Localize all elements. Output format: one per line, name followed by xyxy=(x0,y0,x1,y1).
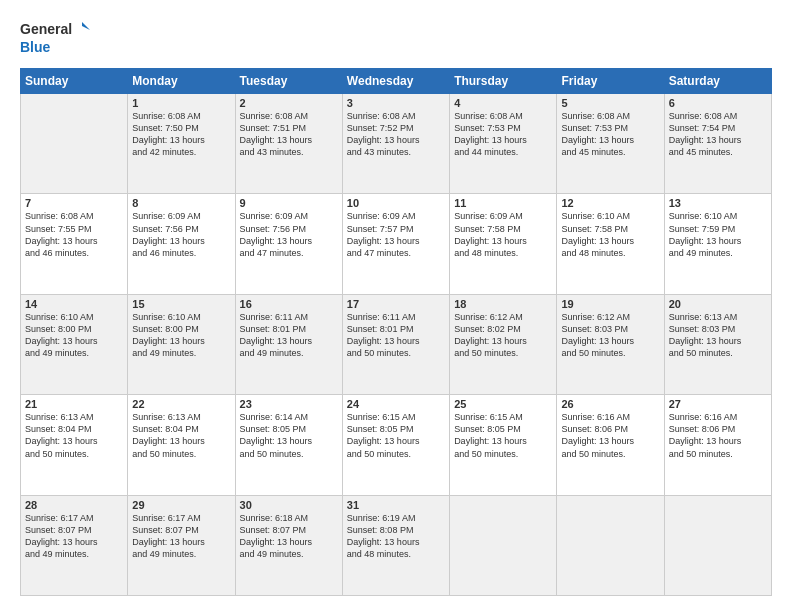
day-info: Sunrise: 6:09 AM Sunset: 7:56 PM Dayligh… xyxy=(240,210,338,259)
day-number: 4 xyxy=(454,97,552,109)
weekday-header: Friday xyxy=(557,69,664,94)
day-info: Sunrise: 6:16 AM Sunset: 8:06 PM Dayligh… xyxy=(561,411,659,460)
logo-svg: General Blue xyxy=(20,16,90,58)
calendar-cell xyxy=(664,495,771,595)
calendar-cell: 30Sunrise: 6:18 AM Sunset: 8:07 PM Dayli… xyxy=(235,495,342,595)
calendar-cell: 16Sunrise: 6:11 AM Sunset: 8:01 PM Dayli… xyxy=(235,294,342,394)
day-info: Sunrise: 6:08 AM Sunset: 7:52 PM Dayligh… xyxy=(347,110,445,159)
logo: General Blue xyxy=(20,16,90,58)
weekday-header: Tuesday xyxy=(235,69,342,94)
day-info: Sunrise: 6:09 AM Sunset: 7:57 PM Dayligh… xyxy=(347,210,445,259)
calendar-cell: 15Sunrise: 6:10 AM Sunset: 8:00 PM Dayli… xyxy=(128,294,235,394)
day-info: Sunrise: 6:10 AM Sunset: 8:00 PM Dayligh… xyxy=(132,311,230,360)
calendar-cell: 7Sunrise: 6:08 AM Sunset: 7:55 PM Daylig… xyxy=(21,194,128,294)
day-number: 11 xyxy=(454,197,552,209)
day-info: Sunrise: 6:18 AM Sunset: 8:07 PM Dayligh… xyxy=(240,512,338,561)
calendar-cell: 17Sunrise: 6:11 AM Sunset: 8:01 PM Dayli… xyxy=(342,294,449,394)
day-number: 30 xyxy=(240,499,338,511)
calendar-cell xyxy=(557,495,664,595)
calendar-cell: 29Sunrise: 6:17 AM Sunset: 8:07 PM Dayli… xyxy=(128,495,235,595)
day-number: 14 xyxy=(25,298,123,310)
svg-marker-2 xyxy=(82,22,90,30)
day-number: 13 xyxy=(669,197,767,209)
calendar-cell: 12Sunrise: 6:10 AM Sunset: 7:58 PM Dayli… xyxy=(557,194,664,294)
calendar-cell: 21Sunrise: 6:13 AM Sunset: 8:04 PM Dayli… xyxy=(21,395,128,495)
calendar-week-row: 21Sunrise: 6:13 AM Sunset: 8:04 PM Dayli… xyxy=(21,395,772,495)
svg-text:General: General xyxy=(20,21,72,37)
calendar-cell xyxy=(21,94,128,194)
calendar-cell: 28Sunrise: 6:17 AM Sunset: 8:07 PM Dayli… xyxy=(21,495,128,595)
calendar-cell: 14Sunrise: 6:10 AM Sunset: 8:00 PM Dayli… xyxy=(21,294,128,394)
day-number: 22 xyxy=(132,398,230,410)
calendar-week-row: 7Sunrise: 6:08 AM Sunset: 7:55 PM Daylig… xyxy=(21,194,772,294)
calendar-cell: 13Sunrise: 6:10 AM Sunset: 7:59 PM Dayli… xyxy=(664,194,771,294)
calendar-cell: 27Sunrise: 6:16 AM Sunset: 8:06 PM Dayli… xyxy=(664,395,771,495)
day-number: 27 xyxy=(669,398,767,410)
calendar-cell: 2Sunrise: 6:08 AM Sunset: 7:51 PM Daylig… xyxy=(235,94,342,194)
day-info: Sunrise: 6:08 AM Sunset: 7:51 PM Dayligh… xyxy=(240,110,338,159)
day-number: 20 xyxy=(669,298,767,310)
calendar-cell: 4Sunrise: 6:08 AM Sunset: 7:53 PM Daylig… xyxy=(450,94,557,194)
calendar-week-row: 1Sunrise: 6:08 AM Sunset: 7:50 PM Daylig… xyxy=(21,94,772,194)
day-number: 6 xyxy=(669,97,767,109)
day-info: Sunrise: 6:08 AM Sunset: 7:50 PM Dayligh… xyxy=(132,110,230,159)
day-number: 10 xyxy=(347,197,445,209)
day-number: 18 xyxy=(454,298,552,310)
calendar-week-row: 14Sunrise: 6:10 AM Sunset: 8:00 PM Dayli… xyxy=(21,294,772,394)
day-info: Sunrise: 6:09 AM Sunset: 7:58 PM Dayligh… xyxy=(454,210,552,259)
day-info: Sunrise: 6:10 AM Sunset: 8:00 PM Dayligh… xyxy=(25,311,123,360)
day-info: Sunrise: 6:15 AM Sunset: 8:05 PM Dayligh… xyxy=(454,411,552,460)
day-number: 21 xyxy=(25,398,123,410)
calendar-cell: 9Sunrise: 6:09 AM Sunset: 7:56 PM Daylig… xyxy=(235,194,342,294)
calendar-week-row: 28Sunrise: 6:17 AM Sunset: 8:07 PM Dayli… xyxy=(21,495,772,595)
day-number: 3 xyxy=(347,97,445,109)
page: General Blue SundayMondayTuesdayWednesda… xyxy=(0,0,792,612)
calendar-cell: 23Sunrise: 6:14 AM Sunset: 8:05 PM Dayli… xyxy=(235,395,342,495)
day-info: Sunrise: 6:17 AM Sunset: 8:07 PM Dayligh… xyxy=(132,512,230,561)
day-info: Sunrise: 6:17 AM Sunset: 8:07 PM Dayligh… xyxy=(25,512,123,561)
day-info: Sunrise: 6:16 AM Sunset: 8:06 PM Dayligh… xyxy=(669,411,767,460)
weekday-header: Sunday xyxy=(21,69,128,94)
day-number: 17 xyxy=(347,298,445,310)
calendar-cell xyxy=(450,495,557,595)
day-number: 19 xyxy=(561,298,659,310)
day-info: Sunrise: 6:13 AM Sunset: 8:04 PM Dayligh… xyxy=(132,411,230,460)
calendar-cell: 19Sunrise: 6:12 AM Sunset: 8:03 PM Dayli… xyxy=(557,294,664,394)
svg-text:Blue: Blue xyxy=(20,39,51,55)
day-info: Sunrise: 6:08 AM Sunset: 7:53 PM Dayligh… xyxy=(561,110,659,159)
weekday-header: Monday xyxy=(128,69,235,94)
weekday-header-row: SundayMondayTuesdayWednesdayThursdayFrid… xyxy=(21,69,772,94)
calendar-cell: 22Sunrise: 6:13 AM Sunset: 8:04 PM Dayli… xyxy=(128,395,235,495)
calendar-cell: 24Sunrise: 6:15 AM Sunset: 8:05 PM Dayli… xyxy=(342,395,449,495)
calendar-cell: 25Sunrise: 6:15 AM Sunset: 8:05 PM Dayli… xyxy=(450,395,557,495)
day-number: 31 xyxy=(347,499,445,511)
day-number: 28 xyxy=(25,499,123,511)
day-number: 29 xyxy=(132,499,230,511)
calendar-cell: 3Sunrise: 6:08 AM Sunset: 7:52 PM Daylig… xyxy=(342,94,449,194)
day-number: 12 xyxy=(561,197,659,209)
calendar-cell: 20Sunrise: 6:13 AM Sunset: 8:03 PM Dayli… xyxy=(664,294,771,394)
calendar-cell: 18Sunrise: 6:12 AM Sunset: 8:02 PM Dayli… xyxy=(450,294,557,394)
header: General Blue xyxy=(20,16,772,58)
day-info: Sunrise: 6:09 AM Sunset: 7:56 PM Dayligh… xyxy=(132,210,230,259)
day-number: 7 xyxy=(25,197,123,209)
weekday-header: Thursday xyxy=(450,69,557,94)
day-info: Sunrise: 6:19 AM Sunset: 8:08 PM Dayligh… xyxy=(347,512,445,561)
day-info: Sunrise: 6:13 AM Sunset: 8:04 PM Dayligh… xyxy=(25,411,123,460)
calendar-cell: 10Sunrise: 6:09 AM Sunset: 7:57 PM Dayli… xyxy=(342,194,449,294)
day-info: Sunrise: 6:08 AM Sunset: 7:55 PM Dayligh… xyxy=(25,210,123,259)
day-number: 24 xyxy=(347,398,445,410)
calendar-cell: 5Sunrise: 6:08 AM Sunset: 7:53 PM Daylig… xyxy=(557,94,664,194)
calendar-cell: 8Sunrise: 6:09 AM Sunset: 7:56 PM Daylig… xyxy=(128,194,235,294)
day-number: 25 xyxy=(454,398,552,410)
calendar-cell: 26Sunrise: 6:16 AM Sunset: 8:06 PM Dayli… xyxy=(557,395,664,495)
day-number: 26 xyxy=(561,398,659,410)
day-number: 1 xyxy=(132,97,230,109)
day-info: Sunrise: 6:11 AM Sunset: 8:01 PM Dayligh… xyxy=(240,311,338,360)
day-info: Sunrise: 6:15 AM Sunset: 8:05 PM Dayligh… xyxy=(347,411,445,460)
day-info: Sunrise: 6:11 AM Sunset: 8:01 PM Dayligh… xyxy=(347,311,445,360)
day-number: 2 xyxy=(240,97,338,109)
day-info: Sunrise: 6:10 AM Sunset: 7:59 PM Dayligh… xyxy=(669,210,767,259)
day-info: Sunrise: 6:12 AM Sunset: 8:02 PM Dayligh… xyxy=(454,311,552,360)
calendar-cell: 11Sunrise: 6:09 AM Sunset: 7:58 PM Dayli… xyxy=(450,194,557,294)
